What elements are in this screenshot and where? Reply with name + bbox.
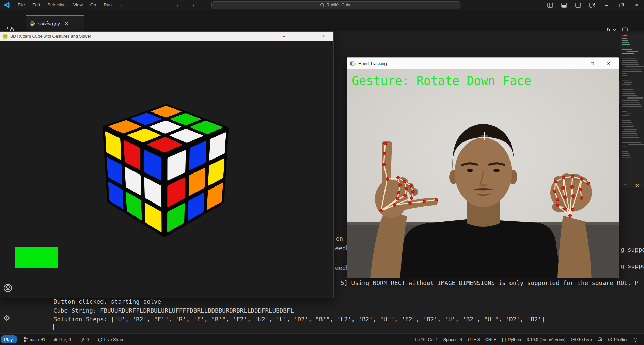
menu-file[interactable]: File (14, 0, 29, 10)
minimap-line (622, 53, 634, 54)
minimap-line (622, 91, 634, 92)
menu-go[interactable]: Go (87, 0, 100, 10)
history-forward-button[interactable]: → (186, 2, 200, 9)
minimap-line (622, 131, 636, 132)
minimap-line (622, 153, 629, 154)
history-back-button[interactable]: ← (172, 2, 186, 9)
solve-button[interactable] (15, 247, 58, 268)
toggle-secondary-sidebar-icon[interactable] (575, 3, 581, 8)
rubiks-window-title: 3D Rubik's Cube with Gestures and Solver (11, 34, 91, 39)
minimap-line (622, 60, 637, 61)
toggle-panel-icon[interactable] (561, 3, 567, 8)
git-branch-icon (23, 337, 28, 342)
app-icon (3, 34, 8, 39)
rubiks-window-titlebar[interactable]: 3D Rubik's Cube with Gestures and Solver… (0, 32, 333, 41)
python-interpreter[interactable]: 3.10.0 ('.venv': venv) (524, 337, 568, 342)
window-restore-button[interactable] (614, 0, 629, 10)
warning-icon: △ (63, 337, 67, 342)
minimap-line (622, 64, 639, 65)
minimap-line (625, 66, 644, 68)
notifications-button[interactable] (630, 337, 641, 342)
minimap-line (622, 120, 631, 121)
restore-icon (619, 3, 624, 7)
cursor-position[interactable]: Ln 10, Col 1 (412, 337, 440, 342)
minimap-line (622, 115, 629, 116)
minimap-line (622, 155, 630, 156)
menu-run[interactable]: Run (100, 0, 115, 10)
rubiks-minimize-icon[interactable]: – (283, 34, 285, 39)
vscode-window: File Edit Selection View Go Run ··· ← → … (0, 0, 644, 345)
minimap-line (622, 142, 641, 143)
minimap[interactable] (620, 34, 644, 188)
braces-icon: { } (502, 337, 506, 342)
error-count: 0 (59, 337, 62, 342)
account-icon[interactable] (3, 284, 12, 292)
tab-close-icon[interactable]: ✕ (64, 21, 68, 26)
broadcast-icon (571, 337, 576, 342)
minimap-line (622, 111, 627, 112)
minimap-line (622, 56, 635, 57)
live-share-button[interactable]: Live Share (95, 337, 127, 342)
window-close-button[interactable]: ✕ (629, 0, 644, 10)
panel-close-icon[interactable]: ✕ (635, 183, 640, 189)
minimap-line (622, 80, 629, 81)
shirt (398, 219, 561, 278)
ports-count: 0 (87, 337, 89, 342)
minimap-line (622, 109, 643, 110)
branch-indicator[interactable]: main ⟲ (21, 336, 48, 343)
ports-indicator[interactable]: 0 (77, 337, 92, 342)
menu-selection[interactable]: Selection (44, 0, 69, 10)
prettier-disabled-icon (608, 337, 612, 342)
minimap-line (623, 35, 627, 36)
minimap-line (622, 146, 626, 147)
customize-layout-icon[interactable] (589, 3, 595, 8)
copilot-button[interactable] (595, 337, 605, 342)
minimap-line (622, 58, 636, 59)
language-mode[interactable]: { } Python (499, 337, 524, 342)
status-bar: Play main ⟲ ⊗ 0 △ 0 0 (0, 333, 644, 345)
tab-solving-py[interactable]: solving.py ✕ (26, 15, 84, 31)
minimap-line (622, 42, 629, 43)
minimap-line (622, 135, 638, 136)
vscode-logo-icon (3, 2, 11, 9)
hand-tracking-window: Hand Tracking – □ ✕ (347, 57, 619, 278)
live-share-icon (98, 337, 103, 342)
window-minimize-button[interactable]: – (599, 0, 614, 10)
minimap-line (628, 144, 644, 145)
terminal-fragment: g suppo (621, 246, 644, 253)
indentation-indicator[interactable]: Spaces: 4 (441, 337, 465, 342)
live-share-label: Live Share (104, 337, 125, 342)
camera-app-icon (350, 61, 356, 66)
chevron-down-icon (613, 29, 616, 31)
hand-minimize-icon[interactable]: – (569, 58, 583, 69)
remote-play-button[interactable]: Play (1, 335, 17, 343)
minimap-line (622, 44, 630, 45)
hand-maximize-icon[interactable]: □ (585, 58, 599, 69)
problems-indicator[interactable]: ⊗ 0 △ 0 (51, 337, 74, 342)
menu-view[interactable]: View (69, 0, 87, 10)
toggle-sidebar-icon[interactable] (547, 3, 553, 8)
minimap-line (626, 113, 631, 114)
hand-window-titlebar[interactable]: Hand Tracking – □ ✕ (347, 58, 619, 69)
terminal-output[interactable]: Button clicked, starting solve Cube Stri… (53, 297, 545, 324)
go-live-button[interactable]: Go Live (568, 337, 595, 342)
terminal-line: Solution Steps: ['U', 'R2', "F'", 'R', '… (53, 315, 545, 324)
minimap-line (622, 69, 641, 70)
rubiks-close-icon[interactable]: ✕ (321, 34, 325, 39)
settings-gear-icon[interactable]: ⚙ (3, 314, 10, 323)
eol-indicator[interactable]: CRLF (483, 337, 499, 342)
minimap-line (622, 102, 640, 103)
encoding-indicator[interactable]: UTF-8 (465, 337, 482, 342)
prettier-indicator[interactable]: Prettier (605, 337, 630, 342)
command-center-search[interactable]: Rubik's Cube (211, 1, 460, 9)
hand-close-icon[interactable]: ✕ (602, 58, 615, 69)
menu-more[interactable]: ··· (115, 0, 127, 10)
rubiks-cube-3d[interactable] (108, 108, 223, 224)
menu-edit[interactable]: Edit (29, 0, 44, 10)
minimap-line (622, 89, 633, 90)
minimap-line (622, 126, 634, 127)
minimap-line (622, 151, 628, 152)
panel-collapse-icon[interactable]: ⌃ (623, 183, 628, 189)
terminal-mediapipe-warning: 5] Using NORM_RECT without IMAGE_DIMENSI… (341, 280, 638, 286)
minimap-line (622, 75, 627, 76)
